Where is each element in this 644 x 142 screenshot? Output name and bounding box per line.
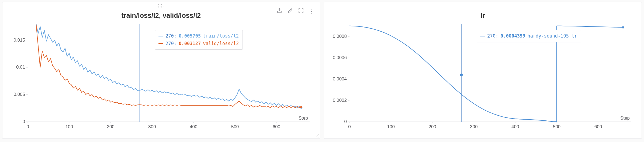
share-icon[interactable]: [276, 7, 283, 15]
chart-title: lr: [324, 12, 642, 19]
legend-value: 0.0004399: [500, 32, 525, 40]
svg-text:0.0008: 0.0008: [333, 34, 347, 39]
legend-series-name: train/loss/l2: [203, 32, 239, 40]
svg-text:0.015: 0.015: [13, 38, 25, 43]
svg-text:400: 400: [511, 124, 519, 129]
legend-row: 270:0.003127valid/loss/l2: [158, 40, 239, 47]
svg-text:500: 500: [231, 124, 239, 129]
legend-swatch-icon: [158, 36, 163, 37]
svg-text:200: 200: [107, 124, 114, 129]
legend-step: 270:: [165, 32, 176, 40]
legend-row: 270:0.0004399hardy-sound-195 lr: [480, 32, 577, 40]
legend-box-loss: 270:0.005705train/loss/l2270:0.003127val…: [155, 30, 243, 49]
svg-text:0.0002: 0.0002: [333, 98, 347, 103]
fullscreen-icon[interactable]: [298, 7, 304, 15]
svg-text:0: 0: [348, 124, 351, 129]
plot-area-lr[interactable]: 00.00020.00040.00060.0008010020030040050…: [330, 21, 636, 134]
legend-row: 270:0.005705train/loss/l2: [158, 32, 239, 40]
svg-text:0.01: 0.01: [16, 65, 25, 70]
legend-value: 0.003127: [179, 40, 201, 47]
legend-value: 0.005705: [179, 32, 201, 40]
svg-text:0.0004: 0.0004: [333, 76, 347, 82]
svg-point-26: [300, 106, 302, 108]
svg-text:600: 600: [273, 124, 280, 129]
svg-text:200: 200: [428, 124, 436, 129]
svg-text:0: 0: [26, 124, 29, 129]
svg-text:100: 100: [387, 124, 395, 129]
drag-handle-icon[interactable]: ∷∷∷∷: [158, 5, 164, 8]
svg-text:300: 300: [470, 124, 477, 129]
legend-series-name: hardy-sound-195 lr: [527, 32, 577, 40]
svg-text:600: 600: [594, 124, 602, 129]
svg-point-55: [460, 73, 463, 76]
legend-series-name: valid/loss/l2: [203, 40, 239, 47]
legend-swatch-icon: [158, 43, 163, 44]
legend-step: 270:: [487, 32, 498, 40]
svg-point-54: [622, 26, 624, 28]
panel-toolbar: ⋮: [276, 7, 314, 15]
legend-swatch-icon: [480, 36, 485, 37]
pencil-icon[interactable]: [287, 7, 293, 15]
svg-text:0: 0: [23, 119, 25, 124]
chart-title: train/loss/l2, valid/loss/l2: [2, 12, 320, 19]
legend-step: 270:: [165, 40, 176, 47]
panel-row: ∷∷∷∷ ⋮ train/loss/l2, valid/loss/l2 00.0…: [0, 0, 644, 141]
svg-text:0: 0: [344, 119, 347, 124]
legend-box-lr: 270:0.0004399hardy-sound-195 lr: [477, 30, 581, 42]
svg-text:100: 100: [65, 124, 73, 129]
svg-text:400: 400: [190, 124, 197, 129]
plot-area-loss[interactable]: 00.0050.010.0150100200300400500600Step 2…: [8, 21, 314, 134]
kebab-icon[interactable]: ⋮: [309, 8, 314, 14]
chart-panel-loss: ∷∷∷∷ ⋮ train/loss/l2, valid/loss/l2 00.0…: [2, 2, 320, 139]
resize-grip-icon[interactable]: [315, 134, 319, 138]
svg-text:500: 500: [553, 124, 560, 129]
svg-text:300: 300: [148, 124, 156, 129]
chart-panel-lr: lr 00.00020.00040.00060.0008010020030040…: [324, 2, 642, 139]
svg-text:0.005: 0.005: [13, 92, 25, 97]
svg-text:Step: Step: [620, 116, 630, 121]
svg-text:0.0006: 0.0006: [333, 55, 347, 60]
svg-text:Step: Step: [299, 116, 308, 121]
